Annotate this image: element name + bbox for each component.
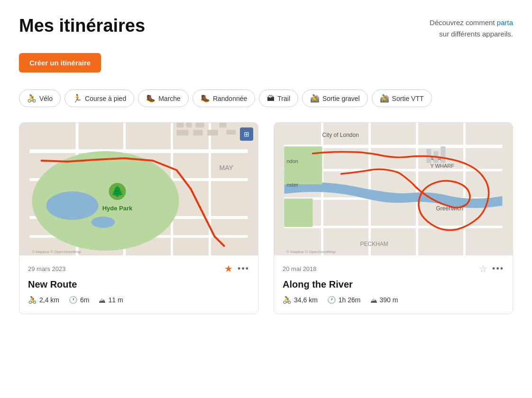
elevation-icon-1: ⛰ bbox=[99, 296, 106, 304]
svg-rect-47 bbox=[441, 146, 446, 163]
distance-value-1: 2,4 km bbox=[39, 296, 59, 304]
route-date-1: 29 mars 2023 bbox=[28, 265, 66, 272]
svg-point-12 bbox=[92, 217, 115, 228]
stat-distance-2: 🚴 34,6 km bbox=[283, 296, 318, 304]
svg-rect-23 bbox=[208, 130, 218, 136]
distance-value-2: 34,6 km bbox=[294, 296, 318, 304]
filter-label-vtt: Sortie VTT bbox=[392, 95, 424, 102]
svg-text:PECKHAM: PECKHAM bbox=[360, 241, 388, 247]
elevation-value-2: 390 m bbox=[380, 296, 398, 304]
filter-tab-velo[interactable]: 🚴 Vélo bbox=[19, 90, 61, 107]
svg-text:🌲: 🌲 bbox=[111, 185, 124, 198]
svg-rect-37 bbox=[284, 199, 313, 227]
filter-tab-marche[interactable]: 🥾 Marche bbox=[138, 90, 189, 107]
svg-text:City of London: City of London bbox=[322, 132, 359, 138]
route-name-1: New Route bbox=[28, 279, 249, 290]
marche-icon: 🥾 bbox=[146, 94, 156, 103]
clock-icon-2: 🕐 bbox=[327, 296, 336, 304]
more-button-2[interactable]: ••• bbox=[492, 264, 504, 274]
filter-tab-randonnee[interactable]: 🥾 Randonnée bbox=[193, 90, 255, 107]
route-name-2: Along the River bbox=[283, 279, 504, 290]
route-card-2: City of London ndon nster CANAR Y WHARF … bbox=[274, 122, 513, 314]
bike-icon-1: 🚴 bbox=[28, 296, 37, 304]
route-card-1: 🌲 Hyde Park MAY © Mapbox © OpenStreetMap bbox=[19, 122, 258, 314]
more-button-1[interactable]: ••• bbox=[238, 264, 249, 274]
svg-text:Hyde Park: Hyde Park bbox=[102, 205, 133, 212]
route-map-1[interactable]: 🌲 Hyde Park MAY © Mapbox © OpenStreetMap bbox=[19, 123, 258, 255]
stat-distance-1: 🚴 2,4 km bbox=[28, 296, 59, 304]
svg-rect-17 bbox=[177, 123, 184, 127]
svg-point-11 bbox=[46, 191, 99, 220]
route-date-2: 20 mai 2018 bbox=[283, 265, 317, 272]
svg-rect-21 bbox=[177, 130, 189, 136]
filter-label-velo: Vélo bbox=[39, 95, 53, 102]
course-icon: 🏃 bbox=[73, 94, 82, 103]
partager-link[interactable]: parta bbox=[497, 18, 513, 27]
create-itinerary-button[interactable]: Créer un itinéraire bbox=[19, 53, 101, 72]
gravel-icon: 🚵 bbox=[310, 94, 320, 103]
svg-text:© Mapbox © OpenStreetMap: © Mapbox © OpenStreetMap bbox=[32, 250, 82, 254]
map-svg-2: City of London ndon nster CANAR Y WHARF … bbox=[274, 123, 513, 255]
filter-tabs-container: 🚴 Vélo 🏃 Course à pied 🥾 Marche 🥾 Randon… bbox=[19, 90, 513, 107]
filter-tab-gravel[interactable]: 🚵 Sortie gravel bbox=[302, 90, 368, 107]
elevation-value-1: 11 m bbox=[108, 296, 123, 304]
vtt-icon: 🚵 bbox=[380, 94, 389, 103]
routes-grid: 🌲 Hyde Park MAY © Mapbox © OpenStreetMap bbox=[19, 122, 513, 314]
svg-text:© Mapbox © OpenStreetMap: © Mapbox © OpenStreetMap bbox=[287, 250, 336, 254]
duration-value-1: 6m bbox=[80, 296, 89, 304]
star-button-1[interactable]: ★ bbox=[224, 263, 233, 274]
filter-tab-vtt[interactable]: 🚵 Sortie VTT bbox=[372, 90, 432, 107]
randonnee-icon: 🥾 bbox=[201, 94, 210, 103]
filter-label-gravel: Sortie gravel bbox=[322, 95, 360, 102]
route-actions-2: ☆ ••• bbox=[479, 263, 504, 274]
svg-rect-22 bbox=[193, 130, 203, 136]
header-info: Découvrez comment parta sur différents a… bbox=[430, 17, 513, 40]
duration-value-2: 1h 26m bbox=[339, 296, 361, 304]
star-button-2[interactable]: ☆ bbox=[479, 263, 487, 274]
svg-rect-18 bbox=[186, 123, 192, 127]
svg-text:MAY: MAY bbox=[220, 164, 234, 172]
svg-text:nster: nster bbox=[287, 182, 299, 188]
route-info-1: 29 mars 2023 ★ ••• New Route 🚴 2,4 km 🕐 … bbox=[19, 255, 258, 314]
filter-tab-trail[interactable]: 🏔 Trail bbox=[259, 90, 298, 107]
route-meta-top-1: 29 mars 2023 ★ ••• bbox=[28, 263, 249, 274]
stat-elevation-1: ⛰ 11 m bbox=[99, 296, 123, 304]
bike-icon-2: 🚴 bbox=[283, 296, 292, 304]
map-badge-1: ⊞ bbox=[240, 127, 253, 141]
svg-text:Y WHARF: Y WHARF bbox=[431, 163, 455, 169]
elevation-icon-2: ⛰ bbox=[370, 296, 377, 304]
svg-rect-20 bbox=[220, 123, 227, 127]
route-actions-1: ★ ••• bbox=[224, 263, 249, 274]
route-meta-top-2: 20 mai 2018 ☆ ••• bbox=[283, 263, 504, 274]
route-stats-2: 🚴 34,6 km 🕐 1h 26m ⛰ 390 m bbox=[283, 296, 504, 304]
svg-rect-19 bbox=[196, 123, 204, 127]
stat-elevation-2: ⛰ 390 m bbox=[370, 296, 398, 304]
map-svg-1: 🌲 Hyde Park MAY © Mapbox © OpenStreetMap bbox=[19, 123, 258, 255]
velo-icon: 🚴 bbox=[27, 94, 37, 103]
filter-tab-course[interactable]: 🏃 Course à pied bbox=[64, 90, 134, 107]
stat-duration-2: 🕐 1h 26m bbox=[327, 296, 361, 304]
route-info-2: 20 mai 2018 ☆ ••• Along the River 🚴 34,6… bbox=[274, 255, 513, 314]
filter-label-marche: Marche bbox=[158, 95, 181, 102]
page-header: Mes itinéraires Découvrez comment parta … bbox=[19, 15, 513, 40]
route-map-2[interactable]: City of London ndon nster CANAR Y WHARF … bbox=[274, 123, 513, 255]
filter-label-trail: Trail bbox=[277, 95, 290, 102]
svg-text:ndon: ndon bbox=[287, 158, 298, 164]
trail-icon: 🏔 bbox=[267, 94, 275, 103]
svg-rect-24 bbox=[227, 130, 236, 135]
svg-rect-36 bbox=[284, 146, 322, 184]
filter-label-randonnee: Randonnée bbox=[213, 95, 247, 102]
page-title: Mes itinéraires bbox=[19, 15, 145, 37]
filter-label-course: Course à pied bbox=[85, 95, 126, 102]
clock-icon-1: 🕐 bbox=[69, 296, 78, 304]
route-stats-1: 🚴 2,4 km 🕐 6m ⛰ 11 m bbox=[28, 296, 249, 304]
stat-duration-1: 🕐 6m bbox=[69, 296, 89, 304]
